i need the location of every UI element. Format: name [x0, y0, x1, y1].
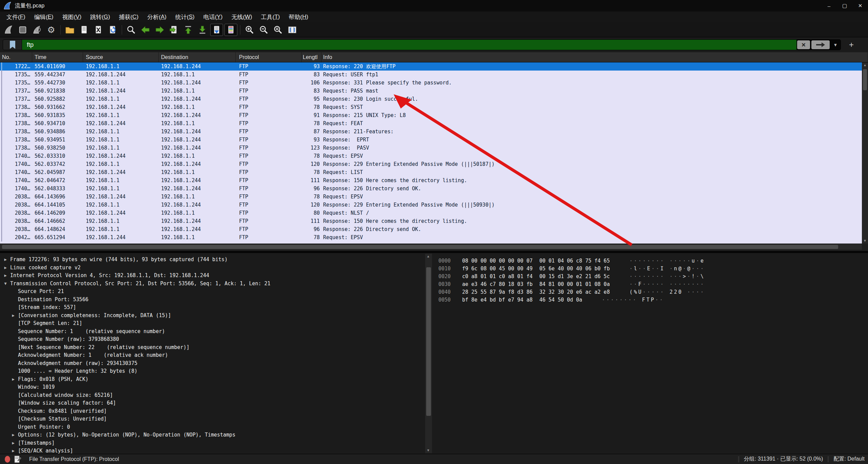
- detail-line[interactable]: Source Port: 21: [0, 288, 425, 296]
- expander-closed-icon[interactable]: ▶: [3, 264, 8, 272]
- expander-closed-icon[interactable]: ▶: [11, 439, 16, 447]
- auto-scroll-button[interactable]: [210, 24, 223, 36]
- find-packet-button[interactable]: [125, 24, 138, 36]
- detail-line[interactable]: Sequence Number (raw): 3793868380: [0, 335, 425, 344]
- zoom-out-button[interactable]: [257, 24, 270, 36]
- detail-line[interactable]: Sequence Number: 1 (relative sequence nu…: [0, 328, 425, 336]
- resize-columns-button[interactable]: [286, 24, 299, 36]
- colorize-button[interactable]: [224, 24, 237, 36]
- column-header-lengtl[interactable]: Lengtl: [302, 52, 321, 62]
- close-file-button[interactable]: [92, 24, 105, 36]
- packet-list-vertical-scrollbar[interactable]: ▲ ▼: [862, 62, 868, 244]
- add-filter-button[interactable]: +: [846, 39, 857, 50]
- reload-file-button[interactable]: [106, 24, 119, 36]
- details-scroll-up-icon[interactable]: ▲: [425, 254, 431, 259]
- detail-line[interactable]: [TCP Segment Len: 21]: [0, 320, 425, 328]
- menu-item-c[interactable]: 捕获(C): [115, 12, 143, 22]
- detail-line[interactable]: [Calculated window size: 65216]: [0, 391, 425, 400]
- minimize-button[interactable]: –: [821, 0, 837, 12]
- column-header-protocol[interactable]: Protocol: [236, 52, 302, 62]
- detail-line[interactable]: ▶[Timestamps]: [0, 439, 425, 447]
- packet-bytes-pane[interactable]: 000008 00 00 00 00 00 00 0700 01 04 06 c…: [438, 253, 868, 454]
- zoom-original-button[interactable]: [272, 24, 284, 36]
- restart-capture-button[interactable]: [31, 24, 43, 36]
- open-file-button[interactable]: [63, 24, 76, 36]
- menu-item-g[interactable]: 跳转(G): [86, 12, 115, 22]
- table-row[interactable]: 1738…560.938250192.168.1.1192.168.1.244F…: [0, 144, 862, 152]
- table-row[interactable]: 1735…559.442730192.168.1.1192.168.1.244F…: [0, 79, 862, 87]
- detail-line[interactable]: ▶Options: (12 bytes), No-Operation (NOP)…: [0, 431, 425, 439]
- table-row[interactable]: 1740…562.045987192.168.1.244192.168.1.1F…: [0, 168, 862, 176]
- go-back-button[interactable]: [139, 24, 152, 36]
- detail-line[interactable]: ▶Internet Protocol Version 4, Src: 192.1…: [0, 272, 425, 280]
- expander-closed-icon[interactable]: ▶: [11, 312, 16, 320]
- table-row[interactable]: 1740…562.046472192.168.1.1192.168.1.244F…: [0, 176, 862, 185]
- detail-line[interactable]: Window: 1019: [0, 383, 425, 391]
- hex-row[interactable]: 0030ae e3 46 c7 80 18 03 fb84 81 00 00 0…: [438, 281, 868, 288]
- table-row[interactable]: 1737…560.925882192.168.1.1192.168.1.244F…: [0, 95, 862, 103]
- detail-line[interactable]: ▶[SEQ/ACK analysis]: [0, 447, 425, 454]
- goto-packet-button[interactable]: [167, 24, 180, 36]
- scroll-up-arrow-icon[interactable]: ▲: [862, 62, 868, 68]
- column-header-no[interactable]: No.: [0, 52, 32, 62]
- hex-row[interactable]: 004028 25 55 87 9a f8 d3 8632 32 30 20 e…: [438, 288, 868, 296]
- menu-item-h[interactable]: 帮助(H): [284, 12, 313, 22]
- table-row[interactable]: 1740…562.033742192.168.1.1192.168.1.244F…: [0, 160, 862, 168]
- display-filter-input[interactable]: ftp: [22, 40, 796, 50]
- table-row[interactable]: 2038…664.144105192.168.1.1192.168.1.244F…: [0, 201, 862, 209]
- table-row[interactable]: 1722…554.011690192.168.1.1192.168.1.244F…: [0, 62, 862, 71]
- expander-open-icon[interactable]: ▼: [3, 280, 8, 288]
- details-vertical-scrollbar[interactable]: ▲ ▼: [425, 254, 432, 453]
- hex-row[interactable]: 000008 00 00 00 00 00 00 0700 01 04 06 c…: [438, 257, 868, 265]
- expert-info-icon[interactable]: [5, 456, 10, 463]
- detail-line[interactable]: ▶Frame 172276: 93 bytes on wire (744 bit…: [0, 256, 425, 264]
- expander-closed-icon[interactable]: ▶: [3, 272, 8, 280]
- menu-item-t[interactable]: 工具(T): [257, 12, 284, 22]
- detail-line[interactable]: Urgent Pointer: 0: [0, 423, 425, 431]
- menu-item-s[interactable]: 统计(S): [171, 12, 199, 22]
- go-to-top-button[interactable]: [182, 24, 195, 36]
- detail-line[interactable]: Acknowledgment Number: 1 (relative ack n…: [0, 351, 425, 360]
- detail-line[interactable]: ▶Flags: 0x018 (PSH, ACK): [0, 375, 425, 384]
- column-header-source[interactable]: Source: [83, 52, 159, 62]
- packet-list-horizontal-scrollbar[interactable]: [0, 244, 862, 250]
- vertical-scroll-thumb[interactable]: [863, 69, 867, 90]
- detail-line[interactable]: Acknowledgment number (raw): 2934130375: [0, 360, 425, 368]
- detail-line[interactable]: ▼Transmission Control Protocol, Src Port…: [0, 280, 425, 288]
- expander-closed-icon[interactable]: ▶: [3, 256, 8, 264]
- expander-closed-icon[interactable]: ▶: [11, 431, 16, 439]
- maximize-button[interactable]: ▢: [837, 0, 852, 12]
- hex-row[interactable]: 0050bf 8e e4 bd bf e7 94 a846 54 50 0d 0…: [438, 296, 868, 304]
- clear-filter-button[interactable]: ✕: [797, 40, 810, 49]
- stop-capture-button[interactable]: [16, 24, 29, 36]
- table-row[interactable]: 2038…664.146662192.168.1.1192.168.1.244F…: [0, 217, 862, 225]
- detail-line[interactable]: [Checksum Status: Unverified]: [0, 415, 425, 423]
- detail-line[interactable]: ▶[Conversation completeness: Incomplete,…: [0, 312, 425, 320]
- column-header-destination[interactable]: Destination: [159, 52, 236, 62]
- scroll-down-arrow-icon[interactable]: ▼: [862, 238, 868, 244]
- table-row[interactable]: 2038…664.143696192.168.1.244192.168.1.1F…: [0, 193, 862, 201]
- zoom-in-button[interactable]: [243, 24, 256, 36]
- detail-line[interactable]: Checksum: 0x8481 [unverified]: [0, 407, 425, 415]
- menu-item-y[interactable]: 电话(Y): [199, 12, 227, 22]
- save-file-button[interactable]: [78, 24, 91, 36]
- close-button[interactable]: ✕: [852, 0, 868, 12]
- table-row[interactable]: 1735…559.442347192.168.1.244192.168.1.1F…: [0, 71, 862, 79]
- table-row[interactable]: 1738…560.934951192.168.1.1192.168.1.244F…: [0, 136, 862, 144]
- table-row[interactable]: 1738…560.931835192.168.1.1192.168.1.244F…: [0, 111, 862, 119]
- horizontal-scroll-thumb[interactable]: [2, 245, 838, 249]
- table-row[interactable]: 1740…562.048333192.168.1.1192.168.1.244F…: [0, 185, 862, 193]
- hex-row[interactable]: 0020c0 a8 01 01 c0 a8 01 f400 15 d1 3e e…: [438, 273, 868, 281]
- table-row[interactable]: 1740…562.033310192.168.1.244192.168.1.1F…: [0, 152, 862, 160]
- table-row[interactable]: 2038…664.146209192.168.1.244192.168.1.1F…: [0, 209, 862, 217]
- capture-comment-icon[interactable]: [14, 456, 21, 463]
- detail-line[interactable]: [Stream index: 557]: [0, 304, 425, 312]
- filter-dropdown-caret-icon[interactable]: ▼: [830, 42, 841, 47]
- table-row[interactable]: 1737…560.921838192.168.1.244192.168.1.1F…: [0, 87, 862, 95]
- table-row[interactable]: 2038…664.148624192.168.1.1192.168.1.244F…: [0, 225, 862, 233]
- go-to-bottom-button[interactable]: [196, 24, 209, 36]
- hex-row[interactable]: 0010f9 6c 08 00 45 00 00 4905 6e 40 00 4…: [438, 265, 868, 273]
- filter-bookmark-button[interactable]: [3, 40, 22, 50]
- table-row[interactable]: 1738…560.931662192.168.1.244192.168.1.1F…: [0, 103, 862, 111]
- apply-filter-button[interactable]: [811, 40, 830, 49]
